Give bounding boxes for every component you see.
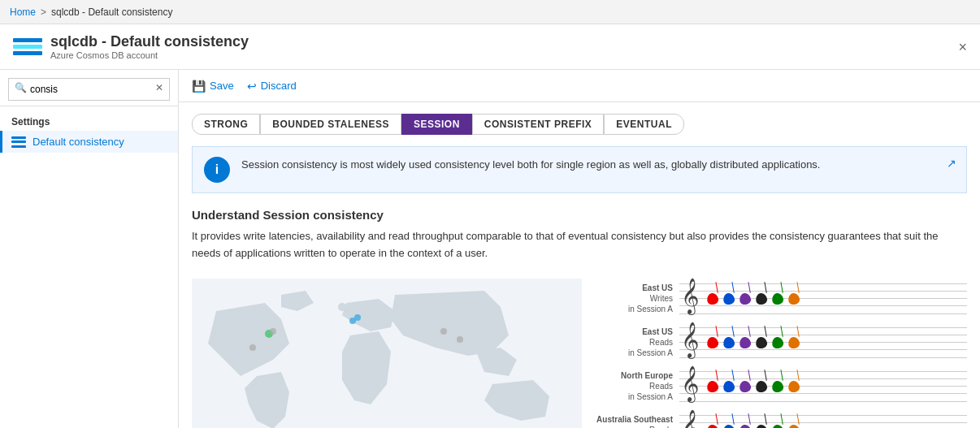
svg-point-7 xyxy=(440,328,447,335)
session-description: It provides write latencies, availabilit… xyxy=(192,228,967,262)
note-blue xyxy=(722,335,735,348)
notes-2 xyxy=(704,324,967,361)
svg-point-6 xyxy=(249,344,256,351)
row-label-north-europe-reads: North Europe Reads in Session A xyxy=(590,370,679,402)
note-black xyxy=(755,292,768,305)
world-map xyxy=(192,279,582,428)
staff-east-us-writes: 𝄞 xyxy=(679,280,967,318)
treble-clef-3: 𝄞 xyxy=(681,368,699,399)
tab-strong[interactable]: STRONG xyxy=(192,114,260,135)
svg-point-1 xyxy=(338,303,346,311)
toolbar: 💾 Save ↩ Discard xyxy=(179,70,980,102)
svg-point-5 xyxy=(270,328,276,335)
sidebar-divider xyxy=(0,106,178,106)
notes-4 xyxy=(704,412,967,428)
discard-label: Discard xyxy=(261,80,297,92)
row-label-australia-reads: Australia Southeast Reads in Session B xyxy=(590,414,679,428)
treble-clef-2: 𝄞 xyxy=(681,324,699,355)
info-box: i Session consistency is most widely use… xyxy=(192,146,967,193)
search-input[interactable] xyxy=(8,78,170,101)
close-button[interactable]: × xyxy=(958,38,967,55)
music-row-east-us-writes: East US Writes in Session A 𝄞 xyxy=(590,279,967,319)
music-row-north-europe-reads: North Europe Reads in Session A 𝄞 xyxy=(590,366,967,407)
note-red xyxy=(706,335,719,348)
discard-button[interactable]: ↩ Discard xyxy=(247,80,297,93)
breadcrumb: Home > sqlcdb - Default consistency xyxy=(0,0,980,24)
music-row-australia-reads: Australia Southeast Reads in Session B 𝄞 xyxy=(590,410,967,428)
note-green xyxy=(771,335,784,348)
main-layout: 🔍 ✕ Settings Default consistency 💾 Save … xyxy=(0,70,980,428)
page-header: sqlcdb - Default consistency Azure Cosmo… xyxy=(0,24,980,70)
staff-australia-reads: 𝄞 xyxy=(679,412,967,428)
treble-clef-4: 𝄞 xyxy=(681,412,699,428)
note-orange xyxy=(787,335,800,348)
tab-session[interactable]: SESSION xyxy=(401,114,472,135)
external-link-icon[interactable]: ↗ xyxy=(947,157,956,170)
info-text: Session consistency is most widely used … xyxy=(241,157,820,173)
breadcrumb-home[interactable]: Home xyxy=(10,6,36,18)
notes-1 xyxy=(704,280,967,318)
music-visualization: East US Writes in Session A 𝄞 xyxy=(179,270,980,428)
note-blue xyxy=(722,423,735,428)
discard-icon: ↩ xyxy=(247,80,257,93)
note-black xyxy=(755,335,768,348)
note-purple xyxy=(739,379,752,392)
note-purple xyxy=(739,423,752,428)
breadcrumb-current: sqlcdb - Default consistency xyxy=(51,6,172,18)
row-label-east-us-reads: East US Reads in Session A xyxy=(590,326,679,358)
svg-point-8 xyxy=(457,336,463,343)
note-green xyxy=(771,292,784,305)
staff-east-us-reads: 𝄞 xyxy=(679,324,967,361)
menu-icon xyxy=(11,136,26,148)
breadcrumb-separator: > xyxy=(41,6,46,18)
consistency-tabs: STRONG BOUNDED STALENESS SESSION CONSIST… xyxy=(179,102,980,135)
world-map-svg xyxy=(192,279,582,428)
save-icon: 💾 xyxy=(192,80,206,93)
notes-3 xyxy=(704,368,967,405)
save-button[interactable]: 💾 Save xyxy=(192,80,234,93)
tab-eventual[interactable]: EVENTUAL xyxy=(604,114,684,135)
sidebar-search-container: 🔍 ✕ xyxy=(0,70,178,106)
note-orange xyxy=(787,292,800,305)
svg-point-3 xyxy=(354,314,361,321)
page-subtitle: Azure Cosmos DB account xyxy=(50,50,249,60)
note-orange xyxy=(787,423,800,428)
music-rows-container: East US Writes in Session A 𝄞 xyxy=(590,279,967,428)
note-orange xyxy=(787,379,800,392)
sidebar: 🔍 ✕ Settings Default consistency xyxy=(0,70,179,428)
music-row-east-us-reads: East US Reads in Session A 𝄞 xyxy=(590,322,967,363)
staff-north-europe-reads: 𝄞 xyxy=(679,368,967,405)
session-title: Understand Session consistency xyxy=(192,208,967,222)
search-icon: 🔍 xyxy=(15,82,27,93)
note-green xyxy=(771,423,784,428)
note-blue xyxy=(722,379,735,392)
clear-search-icon[interactable]: ✕ xyxy=(155,82,163,93)
save-label: Save xyxy=(210,80,234,92)
note-purple xyxy=(739,292,752,305)
note-red xyxy=(706,379,719,392)
treble-clef-1: 𝄞 xyxy=(681,280,699,311)
note-black xyxy=(755,379,768,392)
sidebar-section-label: Settings xyxy=(0,110,178,131)
header-title-group: sqlcdb - Default consistency Azure Cosmo… xyxy=(50,33,249,60)
page-title: sqlcdb - Default consistency xyxy=(50,33,249,50)
session-section: Understand Session consistency It provid… xyxy=(179,201,980,270)
content-area: 💾 Save ↩ Discard STRONG BOUNDED STALENES… xyxy=(179,70,980,428)
note-red xyxy=(706,292,719,305)
tab-consistent-prefix[interactable]: CONSISTENT PREFIX xyxy=(472,114,605,135)
note-blue xyxy=(722,292,735,305)
info-icon: i xyxy=(204,157,230,183)
note-red xyxy=(706,423,719,428)
tab-bounded-staleness[interactable]: BOUNDED STALENESS xyxy=(260,114,401,135)
row-label-east-us-writes: East US Writes in Session A xyxy=(590,283,679,314)
note-purple xyxy=(739,335,752,348)
note-black xyxy=(755,423,768,428)
sidebar-item-default-consistency[interactable]: Default consistency xyxy=(0,131,178,153)
cosmos-db-icon xyxy=(13,32,42,62)
note-green xyxy=(771,379,784,392)
sidebar-item-label: Default consistency xyxy=(33,136,124,148)
